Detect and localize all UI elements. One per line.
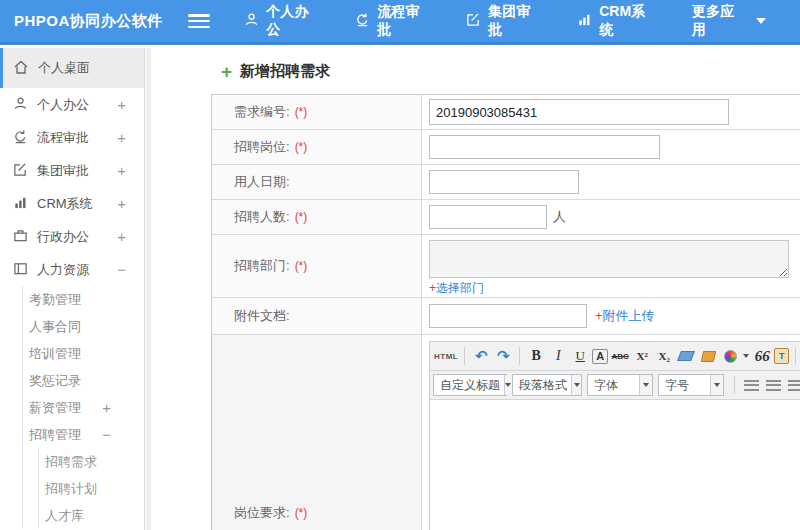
field-label: 需求编号:	[234, 103, 290, 121]
hire-date-input[interactable]	[429, 170, 579, 194]
user-icon	[244, 12, 266, 30]
sidebar-item-recruit-plan[interactable]: 招聘计划	[39, 475, 144, 502]
recruitment-demand-form: 需求编号: (*) 招聘岗位: (*) 用人日期:	[211, 94, 800, 530]
sidebar-item-desktop[interactable]: 个人桌面	[0, 48, 144, 88]
idcard-icon	[13, 261, 37, 279]
required-mark: (*)	[295, 105, 308, 119]
chart-icon	[577, 12, 599, 30]
nav-more-apps[interactable]: 更多应用	[692, 3, 766, 39]
recruitment-submenu: 招聘需求 招聘计划 人才库	[38, 448, 144, 529]
app-title: PHPOA协同办公软件	[0, 12, 188, 31]
page-title-row: + 新增招聘需求	[151, 48, 800, 81]
chevron-down-icon	[504, 375, 511, 395]
sidebar-item-attendance[interactable]: 考勤管理	[23, 286, 144, 313]
required-mark: (*)	[295, 506, 308, 520]
eraser-icon[interactable]	[676, 345, 696, 367]
workflow-icon	[13, 129, 37, 147]
chevron-down-icon	[710, 375, 723, 395]
expand-icon[interactable]: +	[117, 96, 126, 113]
color-palette-icon[interactable]	[720, 345, 740, 367]
sidebar-item-salary[interactable]: 薪资管理 +	[23, 394, 144, 421]
attachment-input[interactable]	[429, 304, 587, 328]
underline-button[interactable]: U	[570, 345, 590, 367]
expand-icon[interactable]: +	[102, 399, 111, 416]
palette-caret-icon[interactable]	[743, 354, 749, 358]
workflow-icon	[355, 12, 377, 30]
form-row-demand-no: 需求编号: (*)	[212, 95, 800, 130]
demand-no-input[interactable]	[429, 99, 729, 125]
sidebar-item-crm[interactable]: CRM系统 +	[0, 187, 144, 220]
subscript-button[interactable]: X₂	[654, 345, 674, 367]
home-icon	[13, 59, 38, 78]
form-row-position: 招聘岗位: (*)	[212, 130, 800, 165]
headcount-input[interactable]	[429, 205, 547, 229]
form-row-headcount: 招聘人数: (*) 人	[212, 200, 800, 235]
sidebar-item-training[interactable]: 培训管理	[23, 340, 144, 367]
font-border-button[interactable]: A	[592, 349, 608, 364]
align-right-icon[interactable]	[785, 374, 800, 396]
form-row-job-requirements: 岗位要求: (*) HTML ↶ ↷ B I U A ABC	[211, 335, 800, 530]
expand-icon[interactable]: +	[117, 162, 126, 179]
blockquote-button[interactable]: 66	[752, 345, 772, 367]
redo-icon[interactable]: ↷	[493, 345, 513, 367]
sidebar-item-recruit-demand[interactable]: 招聘需求	[39, 448, 144, 475]
form-row-hire-date: 用人日期:	[212, 165, 800, 200]
sidebar-item-admin-office[interactable]: 行政办公 +	[0, 220, 144, 253]
select-department-link[interactable]: +选择部门	[429, 280, 484, 297]
align-center-icon[interactable]	[763, 374, 783, 396]
editor-content-area[interactable]	[430, 400, 800, 530]
sidebar-item-workflow-approval[interactable]: 流程审批 +	[0, 121, 144, 154]
undo-icon[interactable]: ↶	[471, 345, 491, 367]
font-size-select[interactable]: 字号	[658, 374, 724, 396]
paste-text-icon[interactable]: T	[774, 348, 789, 364]
plus-icon: +	[429, 281, 436, 295]
paragraph-format-select[interactable]: 段落格式	[512, 374, 582, 396]
expand-icon[interactable]: −	[102, 426, 111, 443]
expand-icon[interactable]: +	[117, 195, 126, 212]
align-left-icon[interactable]	[741, 374, 761, 396]
html-source-button[interactable]: HTML	[434, 345, 458, 367]
position-input[interactable]	[429, 135, 660, 159]
form-row-attachment: 附件文档: +附件上传	[212, 298, 800, 335]
sidebar-item-recruitment[interactable]: 招聘管理 −	[23, 421, 144, 448]
field-label: 招聘岗位:	[234, 138, 290, 156]
nav-crm-system[interactable]: CRM系统	[577, 3, 658, 39]
add-icon: +	[221, 62, 232, 81]
italic-button[interactable]: I	[548, 345, 568, 367]
expand-icon[interactable]: +	[117, 129, 126, 146]
sidebar-item-hr-contract[interactable]: 人事合同	[23, 313, 144, 340]
sidebar-item-talent-pool[interactable]: 人才库	[39, 502, 144, 529]
edit-icon	[13, 162, 37, 180]
nav-personal-office[interactable]: 个人办公	[244, 3, 321, 39]
chevron-down-icon	[571, 375, 581, 395]
edit-icon	[466, 12, 488, 30]
bold-button[interactable]: B	[526, 345, 546, 367]
expand-icon[interactable]: −	[117, 261, 126, 278]
expand-icon[interactable]: +	[117, 228, 126, 245]
upload-attachment-link[interactable]: +附件上传	[595, 307, 655, 325]
superscript-button[interactable]: X²	[632, 345, 652, 367]
sidebar: 个人桌面 个人办公 + 流程审批 + 集团审批 + CRM系统 + 行政办公 +…	[0, 48, 145, 530]
form-row-department: 招聘部门: (*) +选择部门	[212, 235, 800, 298]
nav-group-approval[interactable]: 集团审批	[466, 3, 543, 39]
font-family-select[interactable]: 字体	[587, 374, 653, 396]
nav-workflow-approval[interactable]: 流程审批	[355, 3, 432, 39]
page-title: 新增招聘需求	[240, 62, 330, 81]
editor-toolbar-row1: HTML ↶ ↷ B I U A ABC X² X₂	[430, 342, 800, 371]
plus-icon: +	[595, 308, 603, 323]
top-bar: PHPOA协同办公软件 个人办公 流程审批 集团审批 CRM系统 更多应用	[0, 0, 800, 45]
format-painter-icon[interactable]	[698, 345, 718, 367]
menu-icon[interactable]	[188, 14, 210, 28]
department-textarea[interactable]	[429, 240, 789, 278]
sidebar-item-hr[interactable]: 人力资源 −	[0, 253, 144, 286]
custom-title-select[interactable]: 自定义标题	[433, 374, 507, 396]
required-mark: (*)	[295, 140, 308, 154]
sidebar-item-group-approval[interactable]: 集团审批 +	[0, 154, 144, 187]
top-nav: 个人办公 流程审批 集团审批 CRM系统 更多应用	[244, 3, 800, 39]
sidebar-item-personal-office[interactable]: 个人办公 +	[0, 88, 144, 121]
field-label: 用人日期:	[234, 173, 290, 191]
sidebar-item-rewards[interactable]: 奖惩记录	[23, 367, 144, 394]
field-label: 附件文档:	[234, 307, 290, 325]
hr-submenu: 考勤管理 人事合同 培训管理 奖惩记录 薪资管理 + 招聘管理 − 招聘需求 招…	[22, 286, 144, 529]
strikethrough-button[interactable]: ABC	[610, 345, 630, 367]
